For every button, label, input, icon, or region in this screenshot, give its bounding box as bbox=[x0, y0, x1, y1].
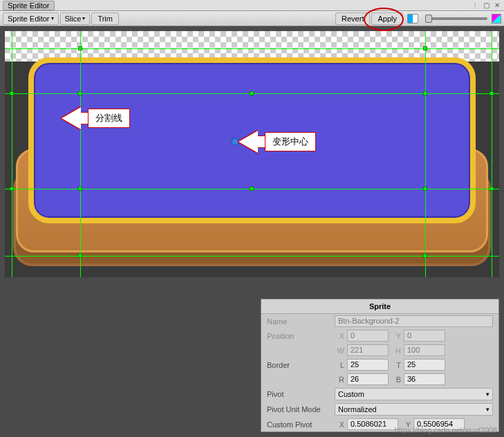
border-b-field[interactable]: 36 bbox=[404, 373, 445, 385]
name-label: Name bbox=[267, 317, 332, 326]
pos-x-label: X bbox=[335, 332, 344, 340]
canvas-area[interactable]: 分割线 变形中心 bbox=[5, 31, 499, 277]
maximize-icon[interactable]: ▢ bbox=[482, 1, 490, 10]
handle[interactable] bbox=[250, 91, 254, 95]
guide-left-border[interactable] bbox=[80, 31, 81, 277]
guide-right-outer[interactable] bbox=[492, 31, 492, 277]
channel-toggle-icon[interactable] bbox=[407, 14, 418, 24]
arrow-icon bbox=[239, 131, 258, 153]
handle[interactable] bbox=[489, 91, 494, 95]
handle[interactable] bbox=[78, 187, 82, 191]
watermark: https://blog.csdn.net/wuyt2008 bbox=[394, 426, 497, 434]
callout-label: 分割线 bbox=[88, 109, 130, 128]
pivot-unit-select[interactable]: Normalized bbox=[335, 403, 493, 416]
handle[interactable] bbox=[423, 187, 427, 191]
zoom-slider[interactable] bbox=[425, 17, 487, 20]
name-field[interactable]: Btn-Background-2 bbox=[335, 315, 493, 327]
pivot-label: Pivot bbox=[267, 390, 332, 398]
pos-y-label: Y bbox=[391, 332, 401, 340]
sprite-inspector: Sprite Name Btn-Background-2 Position X … bbox=[261, 299, 499, 432]
background-swatch[interactable] bbox=[492, 14, 501, 24]
border-label: Border bbox=[267, 361, 332, 369]
trim-button[interactable]: Trim bbox=[91, 12, 119, 25]
sprite-editor-dropdown[interactable]: Sprite Editor bbox=[3, 12, 59, 25]
handle[interactable] bbox=[78, 46, 82, 50]
sprite-preview bbox=[13, 52, 491, 277]
window-menu-icon[interactable]: ⋮ bbox=[471, 1, 479, 10]
pos-y-field[interactable]: 0 bbox=[404, 330, 445, 342]
border-r-field[interactable]: 26 bbox=[347, 373, 389, 385]
handle[interactable] bbox=[423, 46, 427, 50]
handle[interactable] bbox=[10, 91, 14, 95]
border-l-field[interactable]: 25 bbox=[347, 359, 389, 371]
pivot-unit-label: Pivot Unit Mode bbox=[267, 405, 332, 413]
custom-pivot-label: Custom Pivot bbox=[267, 420, 332, 429]
slice-dropdown[interactable]: Slice bbox=[60, 12, 91, 25]
border-l-label: L bbox=[335, 361, 344, 369]
apply-button[interactable]: Apply bbox=[371, 12, 403, 25]
handle[interactable] bbox=[78, 254, 82, 258]
pos-w-field[interactable]: 221 bbox=[347, 344, 389, 356]
callout-label: 变形中心 bbox=[265, 132, 316, 151]
pivot-select[interactable]: Custom bbox=[335, 388, 493, 400]
callout-split-line: 分割线 bbox=[62, 107, 130, 129]
close-icon[interactable]: ✕ bbox=[493, 1, 501, 10]
handle[interactable] bbox=[10, 187, 14, 191]
guide-left-outer[interactable] bbox=[12, 31, 12, 277]
revert-button[interactable]: Revert bbox=[335, 12, 370, 25]
window-tab[interactable]: Sprite Editor bbox=[3, 1, 55, 10]
handle[interactable] bbox=[78, 91, 82, 95]
border-t-label: T bbox=[391, 361, 401, 369]
pos-h-field[interactable]: 100 bbox=[404, 344, 445, 356]
handle[interactable] bbox=[423, 91, 427, 95]
border-r-label: R bbox=[335, 375, 344, 384]
custom-pivot-x-field[interactable]: 0.5086021 bbox=[347, 418, 398, 430]
position-label: Position bbox=[267, 332, 332, 340]
titlebar: Sprite Editor ⋮ ▢ ✕ bbox=[0, 0, 504, 11]
guide-right-border[interactable] bbox=[425, 31, 426, 277]
callout-deform-center: 变形中心 bbox=[239, 131, 316, 153]
pos-h-label: H bbox=[391, 346, 401, 355]
pos-w-label: W bbox=[335, 346, 344, 355]
pos-x-field[interactable]: 0 bbox=[347, 330, 389, 342]
zoom-slider-thumb[interactable] bbox=[425, 15, 432, 23]
border-b-label: B bbox=[391, 375, 401, 384]
arrow-icon bbox=[62, 107, 81, 129]
inspector-header: Sprite bbox=[261, 299, 498, 314]
border-t-field[interactable]: 25 bbox=[404, 359, 445, 371]
handle[interactable] bbox=[489, 187, 494, 191]
handle[interactable] bbox=[423, 254, 427, 258]
handle[interactable] bbox=[250, 187, 254, 191]
toolbar: Sprite Editor Slice Trim Revert Apply bbox=[0, 11, 504, 26]
custom-pivot-x-label: X bbox=[335, 420, 344, 429]
